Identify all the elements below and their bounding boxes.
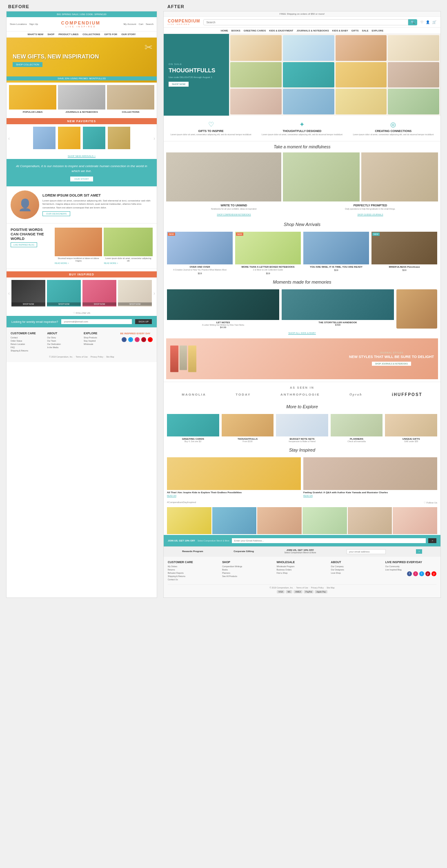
after-insta-6[interactable] xyxy=(393,507,437,534)
after-insta-4[interactable] xyxy=(302,507,347,534)
after-blog-link-1[interactable]: READ ON xyxy=(167,494,301,497)
after-explore-2[interactable]: THOUGHTFULLS From $100 xyxy=(222,414,274,443)
before-shop-link[interactable]: SHOP NEW ARRIVALS > xyxy=(7,153,157,159)
pinterest-icon[interactable]: p xyxy=(141,337,146,342)
after-hero-product-2[interactable] xyxy=(283,35,334,61)
after-explore-5[interactable]: UNIQUE GIFTS Gifts under $55 xyxy=(385,414,437,443)
after-explore-3[interactable]: BUDGET NOTE SETS Inexpensive to Make a F… xyxy=(276,414,328,443)
after-hero-product-7[interactable] xyxy=(336,62,387,88)
after-insta-2[interactable] xyxy=(212,507,257,534)
after-nav-kids[interactable]: KIDS & ENJOYMENT xyxy=(269,29,293,32)
before-privacy[interactable]: Privacy Policy xyxy=(91,356,103,358)
after-memories-link[interactable]: SHOP ALL KIDS & BABY xyxy=(164,330,440,336)
before-story-button[interactable]: OUR DESIGNERS xyxy=(42,211,70,216)
after-privacy[interactable]: Privacy Policy xyxy=(311,586,324,589)
after-reward-submit[interactable]: › xyxy=(416,549,422,554)
after-nav-sale[interactable]: SALE xyxy=(362,29,369,32)
before-cat-popular[interactable]: POPULAR LINES xyxy=(9,85,56,113)
before-inspired-item-1[interactable]: SHOP NOW xyxy=(11,280,45,306)
after-nav-baby[interactable]: KIDS & BABY xyxy=(332,29,348,32)
after-blog-link-2[interactable]: READ ON xyxy=(303,494,437,497)
after-blog-1[interactable]: All That I Am: Inspire Kids to Explore T… xyxy=(167,457,301,497)
before-cat-journals[interactable]: JOURNALS & NOTEBOOKS xyxy=(58,85,105,113)
after-memory-2[interactable]: THE STORYTELLER HANDBOOK $499 xyxy=(282,289,394,329)
instagram-icon[interactable]: i xyxy=(135,337,140,342)
after-hero-button[interactable]: SHOP NOW xyxy=(169,82,189,87)
after-wishlist-icon[interactable]: ♡ xyxy=(420,20,423,24)
after-hero-product-6[interactable] xyxy=(283,62,334,88)
after-email-submit[interactable]: > xyxy=(428,538,436,543)
after-terms[interactable]: Terms of Use xyxy=(296,586,308,589)
after-account-icon[interactable]: 👤 xyxy=(426,20,430,24)
after-twitter-icon[interactable]: t xyxy=(419,571,424,576)
before-menu-product-lines[interactable]: PRODUCT LINES xyxy=(58,33,78,36)
after-nav-explore[interactable]: EXPLORE xyxy=(372,29,384,32)
after-hero-product-9[interactable] xyxy=(230,89,282,114)
after-memory-1[interactable]: LET NOTES A Letter Writing Set Written b… xyxy=(167,289,279,329)
before-hero-button[interactable]: SHOP COLLECTION xyxy=(13,62,42,67)
after-arrival-1[interactable]: NEW OVER AND OVER A Creative Journal to … xyxy=(167,232,233,275)
before-inspired-prev[interactable]: ‹ xyxy=(8,291,10,296)
after-search-input[interactable] xyxy=(203,19,408,25)
before-mission-button[interactable]: OUR STORY xyxy=(70,177,93,181)
after-sitemap[interactable]: Site Map xyxy=(327,586,335,589)
before-inspired-next[interactable]: › xyxy=(153,291,155,296)
after-instagram-icon[interactable]: i xyxy=(413,571,418,576)
before-products-prev[interactable]: ‹ xyxy=(8,136,10,141)
after-follow-us[interactable]: ♡ Follow Us xyxy=(424,501,437,504)
after-email-input[interactable] xyxy=(232,538,426,543)
after-hero-product-1[interactable] xyxy=(230,35,282,61)
after-insta-1[interactable] xyxy=(167,507,211,534)
before-inspired-item-4[interactable]: SHOP NOW xyxy=(118,280,152,306)
before-pos-read-more-2[interactable]: READ MORE > xyxy=(104,262,153,264)
before-positive-button[interactable]: LIVE INSPIRED BLOG xyxy=(11,242,37,247)
before-store-locations[interactable]: Store Locations xyxy=(10,23,27,25)
after-explore-4[interactable]: PLANNERS Check all inserts/dia xyxy=(331,414,383,443)
after-corporate-gifting[interactable]: Corporate Gifting xyxy=(234,550,254,553)
before-menu-shop[interactable]: SHOP xyxy=(47,33,54,36)
before-terms[interactable]: Terms of Use xyxy=(76,356,87,358)
before-menu-whats-new[interactable]: WHAT'S NEW xyxy=(27,33,43,36)
after-mind-link-2[interactable]: SHOP GUIDED JOURNALS xyxy=(358,213,383,216)
after-hero-product-12[interactable] xyxy=(388,89,439,114)
after-mind-link-1[interactable]: SHOP COMPENDIUM NOTEBOOKS xyxy=(217,213,251,216)
after-cart-icon[interactable]: 🛒 xyxy=(432,20,436,24)
before-inspired-item-3[interactable]: SHOP NOW xyxy=(82,280,116,306)
after-nav-journals[interactable]: JOURNALS & NOTEBOOKS xyxy=(296,29,329,32)
before-my-account[interactable]: My Account xyxy=(124,23,136,25)
after-hero-product-11[interactable] xyxy=(336,89,387,114)
after-nav-gifts[interactable]: GIFTS xyxy=(351,29,359,32)
after-arrival-4[interactable]: NEW MINDFULNESS Pencilcase $19 xyxy=(371,232,437,271)
before-menu-collections[interactable]: COLLECTIONS xyxy=(82,33,100,36)
before-pos-read-more-1[interactable]: READ MORE > xyxy=(55,262,102,264)
after-arrival-3[interactable]: YOU ARE WISE, IT IS TIME, YOU ARE READY … xyxy=(303,232,369,271)
after-nav-home[interactable]: HOME xyxy=(221,29,228,32)
after-journal-button[interactable]: SHOP JOURNALS & NOTEBOOKS xyxy=(372,362,411,366)
before-email-button[interactable]: SIGN UP xyxy=(135,319,152,324)
after-hero-product-3[interactable] xyxy=(336,35,387,61)
after-youtube-icon[interactable]: y xyxy=(431,571,436,576)
after-insta-3[interactable] xyxy=(257,507,302,534)
before-cart[interactable]: Cart xyxy=(139,23,143,25)
after-hero-product-5[interactable] xyxy=(230,62,282,88)
after-reward-email-input[interactable] xyxy=(347,549,386,554)
before-inspired-item-2[interactable]: SHOP NOW xyxy=(47,280,81,306)
after-arrival-2[interactable]: NEW MORE THAN A LETTER BOXED NOTEBOOKS 2… xyxy=(235,232,301,275)
before-menu-our-story[interactable]: OUR STORY xyxy=(121,33,136,36)
facebook-icon[interactable]: f xyxy=(122,337,127,342)
before-cat-collections[interactable]: COLLECTIONS xyxy=(107,85,154,113)
after-insta-5[interactable] xyxy=(348,507,392,534)
twitter-icon[interactable]: t xyxy=(128,337,133,342)
before-product-2[interactable] xyxy=(58,127,80,150)
after-explore-1[interactable]: GREETING CARDS Buy 4, Get one $1! xyxy=(167,414,219,443)
after-reward-program[interactable]: Rewards Program xyxy=(182,550,203,553)
before-sign-up[interactable]: Sign Up xyxy=(29,23,38,25)
after-blog-2[interactable]: Feeling Grateful: A Q&A with Author Kate… xyxy=(303,457,437,497)
after-nav-books[interactable]: BOOKS xyxy=(231,29,240,32)
after-hero-product-4[interactable] xyxy=(388,35,439,61)
before-products-next[interactable]: › xyxy=(153,136,155,141)
after-nav-cards[interactable]: GREETING CARDS xyxy=(244,29,266,32)
before-search[interactable]: Search xyxy=(146,23,153,25)
after-hero-product-10[interactable] xyxy=(283,89,334,114)
after-hero-product-8[interactable] xyxy=(388,62,439,88)
